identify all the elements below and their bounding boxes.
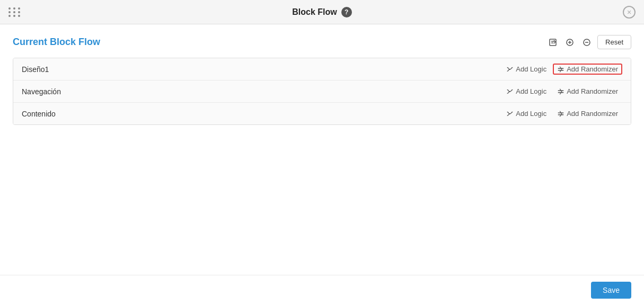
row-actions: Add Logic Add Randomizer [502,86,622,97]
remove-button[interactable] [580,37,593,48]
block-name: Navegación [22,87,61,96]
row-actions: Add Logic Add Randomizer [502,64,622,75]
block-table: Diseño1 Add Logic Add Randomizer [13,58,631,125]
section-title: Current Block Flow [13,37,100,48]
help-icon[interactable]: ? [341,7,352,17]
add-logic-button-1[interactable]: Add Logic [502,86,551,97]
block-name: Diseño1 [22,65,49,74]
table-row: Diseño1 Add Logic Add Randomizer [13,58,631,80]
plus-icon [566,38,574,47]
add-randomizer-button-1[interactable]: Add Randomizer [553,86,622,97]
randomizer-icon-0 [557,66,564,73]
add-randomizer-button-2[interactable]: Add Randomizer [553,108,622,119]
minus-icon [583,38,591,47]
section-header: Current Block Flow [13,35,631,49]
close-button[interactable]: × [623,6,636,19]
table-row: Contenido Add Logic Add Randomizer [13,103,631,124]
logic-icon-0 [506,66,514,73]
logic-icon-2 [506,110,514,118]
footer: Save [0,275,644,305]
add-button[interactable] [563,37,576,48]
export-button[interactable] [546,37,559,48]
row-actions: Add Logic Add Randomizer [502,108,622,119]
logic-icon-1 [506,88,514,95]
save-button[interactable]: Save [591,282,631,299]
table-row: Navegación Add Logic Add Randomizer [13,80,631,103]
add-logic-button-0[interactable]: Add Logic [502,64,551,75]
main-content: Current Block Flow [0,24,644,275]
block-name: Contenido [22,110,56,118]
add-logic-button-2[interactable]: Add Logic [502,108,551,119]
page-title: Block Flow [292,7,337,17]
reset-button[interactable]: Reset [597,35,631,49]
grid-dots-icon[interactable] [8,7,21,17]
add-randomizer-button-0[interactable]: Add Randomizer [553,64,622,75]
header-title-group: Block Flow ? [292,7,351,17]
toolbar: Reset [546,35,631,49]
app-header: Block Flow ? × [0,0,644,24]
export-icon [549,38,557,47]
randomizer-icon-1 [557,88,564,95]
randomizer-icon-2 [557,110,564,118]
